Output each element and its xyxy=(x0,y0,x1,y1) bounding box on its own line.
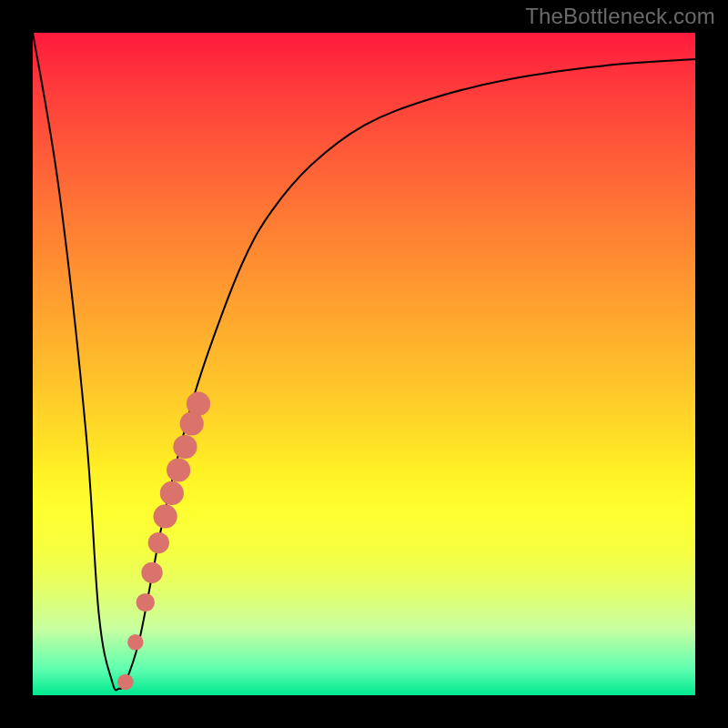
data-marker xyxy=(148,532,169,553)
marker-group xyxy=(117,392,210,691)
data-marker xyxy=(187,392,210,416)
data-marker xyxy=(167,458,190,481)
data-marker xyxy=(153,504,177,528)
data-marker xyxy=(117,674,133,690)
data-marker xyxy=(160,481,184,505)
bottleneck-curve xyxy=(33,33,695,690)
data-marker xyxy=(141,562,162,583)
attribution-label: TheBottleneck.com xyxy=(525,4,715,29)
chart-overlay xyxy=(33,33,695,695)
data-marker xyxy=(173,435,197,459)
data-marker xyxy=(127,634,143,650)
data-marker xyxy=(136,593,155,612)
chart-frame: TheBottleneck.com xyxy=(0,0,728,728)
